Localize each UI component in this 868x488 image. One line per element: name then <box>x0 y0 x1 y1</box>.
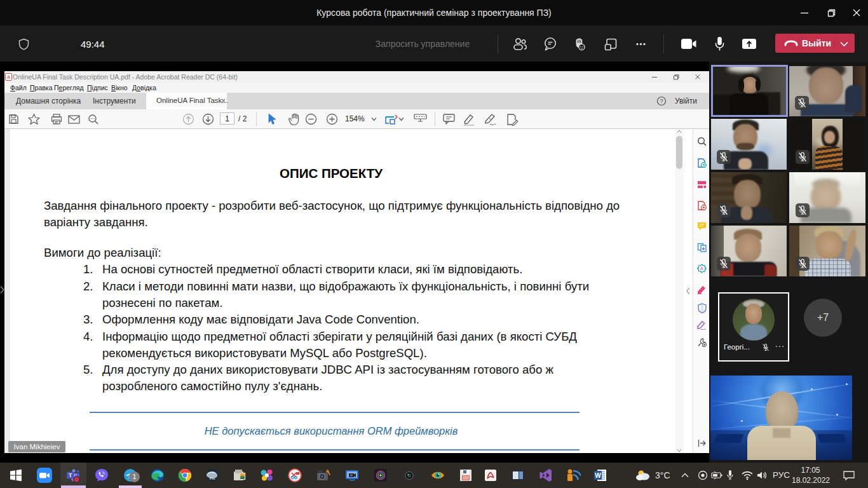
svg-text:T: T <box>69 472 72 478</box>
svg-text:Pro: Pro <box>210 477 215 480</box>
svg-text:?: ? <box>660 98 663 104</box>
svg-text:A: A <box>700 266 703 271</box>
svg-text:W: W <box>595 472 601 479</box>
svg-text:A: A <box>7 75 10 79</box>
